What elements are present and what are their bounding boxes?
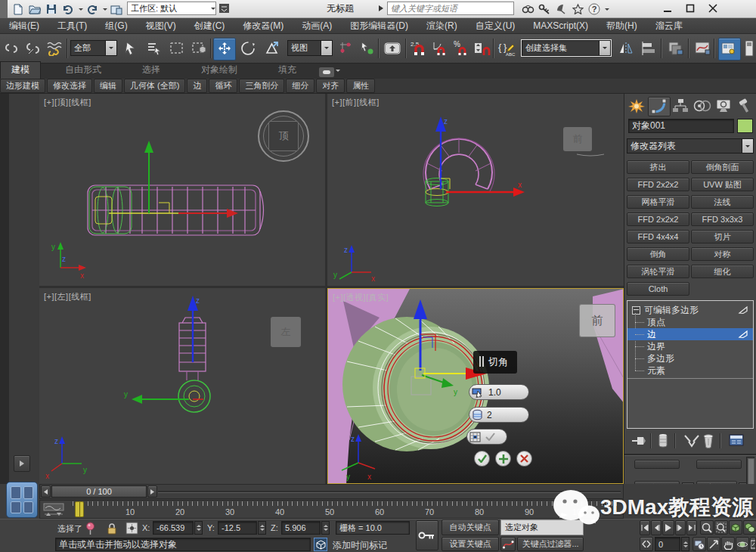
previous-frame-arrow[interactable] — [41, 485, 51, 498]
menu-rendering[interactable]: 渲染(R) — [417, 20, 466, 33]
caddy-apply-button[interactable] — [495, 451, 511, 467]
redo-icon[interactable] — [85, 2, 100, 17]
ribbon-tab-modeling[interactable]: 建模 — [0, 61, 41, 79]
viewcube-front[interactable]: 前 — [563, 127, 592, 151]
percent-snap-icon[interactable]: % — [451, 38, 472, 59]
material-editor-icon[interactable] — [718, 38, 741, 60]
save-icon[interactable] — [44, 2, 59, 17]
viewport-layout-tab[interactable] — [6, 482, 38, 518]
caddy-cancel-button[interactable] — [516, 451, 532, 467]
modifier-button[interactable]: FFD 2x2x2 — [627, 212, 689, 226]
caddy-segments-field[interactable]: 2 — [469, 407, 529, 423]
display-tab-icon[interactable] — [714, 97, 735, 115]
modifier-button[interactable]: 切片 — [691, 230, 754, 243]
set-key-button[interactable]: 设置关键点 — [442, 537, 499, 551]
zoom-icon[interactable] — [700, 520, 714, 535]
menu-liuyunku[interactable]: 溜云库 — [646, 20, 692, 33]
modifier-button[interactable]: 法线 — [691, 195, 754, 209]
modifier-button-cloth[interactable]: Cloth — [627, 282, 689, 296]
align-icon[interactable] — [638, 38, 659, 59]
search-flyout-icon[interactable] — [378, 5, 384, 12]
go-to-end-button[interactable] — [686, 520, 697, 535]
ribbon-geometry-all-button[interactable]: 几何体 (全部) — [124, 79, 185, 93]
window-crossing-toggle-icon[interactable] — [189, 38, 210, 59]
app-menu-button[interactable] — [0, 0, 8, 18]
viewcube-left[interactable]: 左 — [271, 317, 301, 347]
modifier-list-dropdown[interactable]: 修改器列表 — [627, 138, 754, 154]
render-setup-icon[interactable] — [742, 38, 756, 59]
menu-modifiers[interactable]: 修改器(M) — [234, 20, 293, 33]
next-key-button[interactable] — [675, 520, 686, 535]
track-bar[interactable]: 0 10 20 30 40 50 60 70 80 90 100 — [39, 500, 624, 519]
viewcube-top[interactable]: 顶 — [268, 121, 299, 151]
ribbon-tab-populate[interactable]: 填充 — [268, 62, 307, 79]
modifier-button[interactable]: FFD 3x3x3 — [691, 212, 754, 226]
ribbon-edit-button[interactable]: 编辑 — [94, 79, 122, 93]
modifier-button[interactable]: 细化 — [691, 265, 754, 278]
modifier-button[interactable]: FFD 2x2x2 — [627, 178, 689, 191]
viewport-perspective-label[interactable]: [+][透视][真实] — [333, 292, 389, 303]
help-dropdown-icon[interactable] — [605, 8, 609, 13]
menu-customize[interactable]: 自定义(U) — [466, 20, 525, 33]
help-icon[interactable]: ? — [587, 2, 602, 17]
viewport-top[interactable]: [+][顶][线框] 顶 — [39, 94, 325, 286]
absolute-offset-mode-icon[interactable] — [125, 522, 138, 535]
z-spinner[interactable] — [321, 521, 330, 535]
zoom-extents-all-icon[interactable] — [743, 520, 756, 535]
add-time-tag[interactable]: 添加时间标记 — [333, 539, 387, 552]
open-file-icon[interactable] — [27, 2, 42, 17]
key-filters-button[interactable]: 关键点过滤器... — [517, 537, 584, 551]
stack-item-vertex[interactable]: 顶点 — [627, 316, 753, 328]
viewport-front-label[interactable]: [+][前][线框] — [332, 97, 380, 108]
time-slider-handle[interactable]: 0 / 100 — [51, 485, 147, 498]
ribbon-options-arrow-icon[interactable] — [336, 70, 340, 74]
stack-item-border[interactable]: 边界 — [627, 340, 753, 352]
curve-editor-icon[interactable] — [692, 38, 714, 59]
zoom-all-icon[interactable] — [714, 520, 728, 535]
current-frame-field[interactable]: 0 — [655, 537, 680, 551]
select-and-scale-icon[interactable] — [262, 38, 283, 59]
select-and-rotate-icon[interactable] — [237, 38, 259, 59]
motion-tab-icon[interactable] — [692, 97, 713, 115]
undo-icon[interactable] — [60, 2, 76, 17]
collapse-icon[interactable] — [632, 306, 640, 315]
isolate-toggle-icon[interactable] — [314, 538, 327, 551]
menu-edit[interactable]: 编辑(E) — [0, 20, 48, 33]
select-object-icon[interactable] — [121, 38, 142, 59]
menu-animation[interactable]: 动画(A) — [293, 20, 341, 33]
toolbar-overflow-icon[interactable] — [219, 3, 230, 14]
pin-stack-icon[interactable] — [631, 434, 646, 448]
modifier-button[interactable]: 网格平滑 — [627, 195, 689, 209]
viewport-left-label[interactable]: [+][左][线框] — [44, 291, 91, 302]
reference-coordsys-dropdown[interactable]: 视图 — [287, 40, 333, 56]
keyboard-shortcut-override-icon[interactable] — [382, 38, 403, 59]
hierarchy-tab-icon[interactable] — [670, 97, 691, 115]
search-input[interactable]: 键入关键字或短语 — [387, 2, 514, 15]
key-mode-toggle-button[interactable] — [640, 537, 653, 551]
ribbon-loops-button[interactable]: 循环 — [209, 79, 237, 93]
project-folder-icon[interactable] — [109, 2, 124, 17]
x-coordinate-field[interactable]: -66.539 — [153, 521, 194, 535]
menu-maxscript[interactable]: MAXScript(X) — [524, 20, 597, 31]
caddy-open-toggle[interactable] — [466, 429, 507, 445]
next-frame-arrow[interactable] — [147, 485, 157, 498]
z-coordinate-field[interactable]: 5.906 — [281, 521, 321, 535]
modifier-button[interactable]: 涡轮平滑 — [627, 265, 689, 278]
show-end-result-icon[interactable] — [658, 433, 668, 448]
menu-group[interactable]: 组(G) — [96, 20, 136, 33]
x-spinner[interactable] — [194, 521, 203, 535]
select-by-name-icon[interactable] — [144, 38, 165, 59]
viewport-perspective[interactable]: [+][透视][真实] 前 — [327, 288, 624, 484]
unlink-selection-icon[interactable] — [23, 38, 44, 59]
minimize-button[interactable] — [656, 2, 679, 15]
select-and-link-icon[interactable] — [2, 38, 23, 59]
toggle-set-key-mode-button[interactable] — [416, 520, 438, 550]
rectangular-selection-region-icon[interactable] — [166, 38, 187, 59]
caddy-amount-field[interactable]: 1.0 — [469, 384, 529, 400]
zoom-region-icon[interactable] — [707, 537, 720, 551]
ribbon-polygon-modeling-button[interactable]: 边形建模 — [0, 79, 45, 93]
menu-help[interactable]: 帮助(H) — [597, 20, 646, 33]
close-button[interactable] — [702, 2, 724, 15]
go-to-start-button[interactable] — [640, 520, 650, 535]
new-file-icon[interactable] — [11, 2, 26, 17]
